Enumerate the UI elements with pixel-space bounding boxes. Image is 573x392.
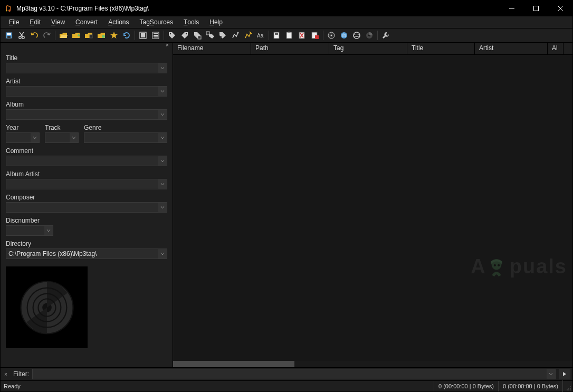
actions-button[interactable] (230, 30, 241, 41)
folder-up-button[interactable] (83, 30, 94, 41)
menu-view[interactable]: View (46, 16, 70, 28)
svg-point-33 (354, 32, 360, 39)
autonumber-button[interactable] (217, 30, 228, 41)
year-label: Year (6, 124, 40, 131)
column-header-artist[interactable]: Artist (475, 43, 548, 54)
dropdown-icon[interactable] (158, 87, 167, 96)
quick-actions-button[interactable] (242, 30, 254, 41)
genre-label: Genre (84, 124, 167, 131)
musicbrainz-button[interactable] (338, 30, 350, 41)
file-list: FilenamePathTagTitleArtistAl A puals (173, 43, 572, 367)
redo-button[interactable] (41, 30, 53, 41)
svg-point-7 (22, 36, 24, 39)
folder-open-button[interactable] (58, 30, 69, 41)
remove-tag-ext-button[interactable] (309, 30, 321, 41)
menu-convert[interactable]: Convert (70, 16, 103, 28)
menu-actions[interactable]: Actions (103, 16, 134, 28)
add-folder-icon (72, 31, 80, 40)
svg-point-45 (498, 264, 500, 266)
tag-panel-close-icon[interactable]: × (164, 42, 170, 48)
album-artist-field[interactable] (6, 179, 167, 189)
dropdown-icon[interactable] (31, 133, 39, 142)
cut-button[interactable] (16, 30, 27, 41)
folder-open-icon (59, 31, 68, 40)
freedb-button[interactable] (364, 30, 375, 41)
dropdown-icon[interactable] (70, 133, 78, 142)
discnumber-field[interactable] (6, 225, 53, 236)
dropdown-icon[interactable] (158, 63, 167, 73)
maximize-button[interactable] (524, 1, 548, 16)
column-header-tag[interactable]: Tag (329, 43, 407, 54)
undo-button[interactable] (28, 30, 40, 41)
album-field[interactable] (6, 109, 167, 120)
artist-field[interactable] (6, 86, 167, 97)
folder-star-button[interactable] (96, 30, 107, 41)
year-field[interactable] (6, 132, 40, 143)
column-header-al[interactable]: Al (548, 43, 564, 54)
track-label: Track (45, 124, 79, 131)
copy-tag-button[interactable] (271, 30, 283, 41)
dropdown-icon[interactable] (44, 226, 53, 235)
dropdown-icon[interactable] (158, 249, 167, 259)
menu-file[interactable]: File (4, 16, 24, 28)
horizontal-scrollbar[interactable] (173, 361, 572, 367)
filter-go-button[interactable] (559, 369, 570, 379)
toolbar-separator (377, 31, 378, 40)
menu-tag-sources[interactable]: Tag Sources (135, 16, 178, 28)
filename-to-tag-button[interactable] (179, 30, 190, 41)
save-button[interactable] (3, 30, 15, 41)
comment-field[interactable] (6, 156, 167, 166)
minimize-button[interactable] (500, 1, 524, 16)
paste-tag-icon (285, 31, 294, 40)
add-folder-button[interactable] (70, 30, 82, 41)
text-to-tag-button[interactable] (192, 30, 203, 41)
close-button[interactable] (548, 1, 572, 16)
select-all-icon (139, 31, 147, 40)
column-header-title[interactable]: Title (407, 43, 475, 54)
cover-art-placeholder[interactable] (6, 266, 88, 348)
genre-field[interactable] (84, 132, 167, 143)
track-field[interactable] (45, 132, 79, 143)
select-all-button[interactable] (137, 30, 149, 41)
dropdown-icon[interactable] (158, 179, 167, 189)
dropdown-icon[interactable] (547, 369, 555, 379)
dropdown-icon[interactable] (158, 110, 167, 119)
svg-point-17 (186, 33, 187, 34)
composer-field[interactable] (6, 202, 167, 213)
menu-help[interactable]: Help (204, 16, 228, 28)
paste-tag-button[interactable] (284, 30, 295, 41)
directory-field[interactable]: C:\Program Files (x86)\Mp3tag\ (6, 248, 167, 259)
filter-input[interactable] (32, 369, 556, 379)
tag-to-filename-button[interactable] (166, 30, 178, 41)
copy-tag-icon (273, 31, 281, 40)
favorite-button[interactable] (108, 30, 120, 41)
tag-to-text-button[interactable] (204, 30, 216, 41)
tools-icon (381, 31, 390, 40)
tools-button[interactable] (380, 30, 391, 41)
invert-selection-button[interactable] (150, 30, 161, 41)
app-icon (5, 4, 13, 13)
svg-rect-15 (154, 36, 158, 37)
cddb-button[interactable] (351, 30, 362, 41)
menu-edit[interactable]: Edit (24, 16, 46, 28)
discogs-button[interactable] (326, 30, 337, 41)
svg-point-9 (102, 35, 105, 38)
resize-grip-icon[interactable] (562, 380, 572, 392)
remove-tag-button[interactable] (297, 30, 308, 41)
dropdown-icon[interactable] (158, 133, 167, 142)
title-label: Title (6, 54, 167, 62)
refresh-button[interactable] (121, 30, 132, 41)
dropdown-icon[interactable] (158, 156, 167, 166)
svg-point-32 (341, 32, 347, 39)
menu-tools[interactable]: Tools (178, 16, 204, 28)
case-convert-button[interactable]: Aa (255, 30, 266, 41)
svg-point-47 (568, 388, 569, 389)
dropdown-icon[interactable] (158, 203, 167, 212)
filter-close-icon[interactable]: × (3, 371, 9, 377)
svg-point-50 (568, 389, 569, 390)
column-header-filename[interactable]: Filename (173, 43, 251, 54)
title-field[interactable] (6, 63, 167, 73)
file-list-body[interactable]: A puals (173, 55, 572, 367)
scrollbar-thumb[interactable] (173, 361, 294, 367)
column-header-path[interactable]: Path (251, 43, 329, 54)
